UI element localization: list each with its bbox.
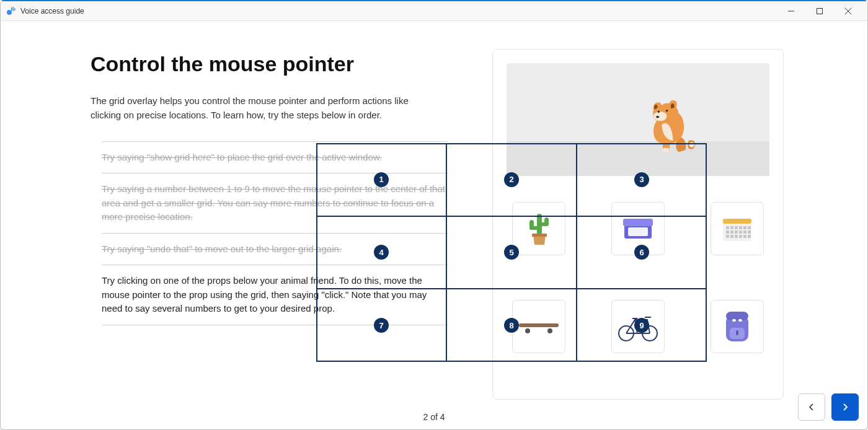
content-area: Control the mouse pointer The grid overl… [1, 21, 867, 429]
svg-rect-21 [628, 227, 648, 236]
svg-rect-30 [726, 230, 729, 234]
svg-point-43 [525, 328, 530, 333]
svg-rect-28 [743, 226, 746, 229]
page-indicator: 2 of 4 [1, 412, 867, 422]
svg-rect-33 [739, 230, 742, 234]
prev-button[interactable] [798, 393, 825, 421]
minimize-button[interactable] [777, 1, 805, 21]
window-title: Voice access guide [20, 7, 84, 15]
page-title: Control the mouse pointer [91, 52, 450, 76]
next-button[interactable] [831, 393, 859, 421]
svg-rect-48 [726, 312, 748, 320]
svg-rect-12 [663, 148, 669, 152]
svg-rect-42 [519, 323, 559, 327]
svg-rect-31 [730, 230, 733, 234]
nav-buttons [798, 393, 859, 421]
svg-rect-35 [748, 230, 751, 234]
svg-rect-34 [743, 230, 746, 234]
svg-rect-23 [723, 219, 751, 224]
dog-illustration [638, 100, 700, 157]
window-controls [777, 1, 862, 21]
step-1: Try saying "show grid here" to place the… [102, 142, 448, 174]
close-button[interactable] [834, 1, 862, 21]
svg-rect-26 [735, 226, 738, 229]
svg-rect-32 [735, 230, 738, 234]
calendar-icon [720, 214, 754, 244]
svg-rect-18 [532, 234, 547, 237]
prop-container[interactable] [611, 202, 665, 255]
svg-rect-39 [739, 235, 742, 238]
props-grid [507, 202, 769, 353]
svg-rect-25 [730, 226, 733, 229]
svg-rect-15 [529, 226, 539, 230]
page-intro: The grid overlay helps you control the m… [91, 94, 425, 123]
svg-rect-52 [738, 319, 742, 322]
illustration-panel [492, 49, 784, 400]
svg-rect-3 [14, 8, 16, 11]
maximize-button[interactable] [805, 1, 834, 21]
step-3: Try saying "undo that" to move out to th… [102, 234, 448, 266]
svg-rect-27 [739, 226, 742, 229]
svg-rect-50 [736, 330, 738, 335]
svg-point-9 [658, 111, 660, 113]
bicycle-icon [616, 311, 660, 342]
prop-skateboard[interactable] [512, 300, 565, 353]
svg-point-10 [666, 110, 668, 112]
svg-rect-36 [726, 235, 729, 238]
svg-point-11 [656, 116, 659, 118]
chevron-right-icon [841, 403, 849, 411]
svg-rect-40 [743, 235, 746, 238]
step-4: Try clicking on one of the props below y… [102, 265, 448, 325]
scene-background [507, 63, 769, 176]
svg-point-0 [7, 10, 12, 15]
container-icon [622, 215, 654, 242]
svg-rect-37 [730, 235, 733, 238]
svg-rect-29 [748, 226, 751, 229]
svg-rect-41 [748, 235, 751, 238]
svg-rect-2 [13, 7, 14, 11]
svg-rect-20 [623, 219, 653, 226]
svg-point-44 [547, 328, 552, 333]
prop-backpack[interactable] [711, 300, 764, 353]
cactus-icon [523, 210, 554, 247]
backpack-icon [722, 309, 752, 344]
app-window[interactable]: Voice access guide Control the mouse poi… [0, 0, 868, 430]
svg-rect-17 [539, 222, 548, 226]
svg-rect-38 [735, 235, 738, 238]
step-2: Try saying a number between 1 to 9 to mo… [102, 173, 448, 234]
prop-calendar[interactable] [711, 202, 764, 255]
app-icon [6, 6, 16, 16]
titlebar[interactable]: Voice access guide [1, 1, 867, 21]
svg-rect-5 [817, 8, 823, 14]
steps-list: Try saying "show grid here" to place the… [102, 141, 448, 325]
svg-rect-24 [726, 226, 729, 229]
prop-cactus[interactable] [512, 202, 565, 255]
svg-point-8 [689, 143, 694, 147]
instruction-column: Control the mouse pointer The grid overl… [91, 52, 450, 325]
svg-rect-1 [11, 7, 12, 11]
prop-bicycle[interactable] [611, 300, 665, 353]
svg-rect-51 [732, 319, 736, 322]
skateboard-icon [516, 318, 561, 335]
chevron-left-icon [807, 403, 816, 411]
